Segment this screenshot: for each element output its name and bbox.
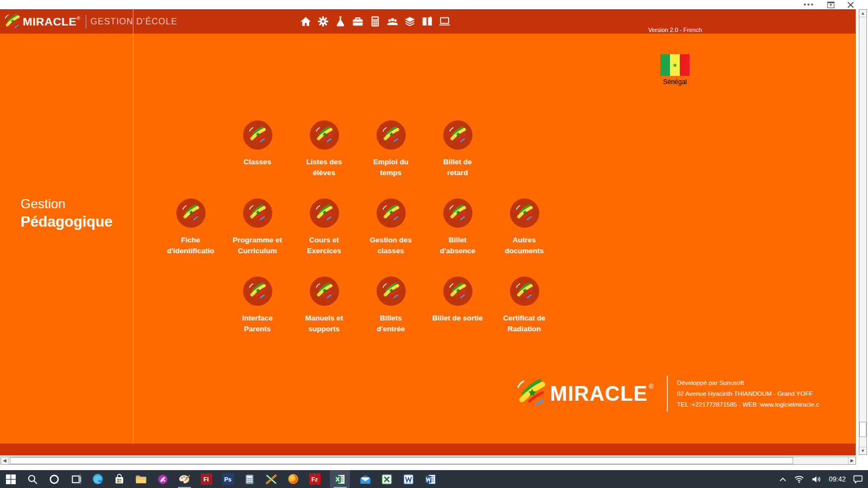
task-view-icon[interactable] [69,470,82,488]
vertical-scroll-thumb[interactable] [859,422,866,437]
footer-brand-name: MIRACLE [550,382,648,406]
menu-tile[interactable]: Emploi du temps [358,120,424,178]
flash-icon[interactable]: Fl [200,470,213,488]
menu-tile[interactable]: Programme et Curriculum [224,198,291,256]
menu-tile[interactable]: Autres documents [491,198,558,256]
menu-tile-label: Cours et Exercices [307,235,341,256]
menu-tile[interactable]: Classes [224,120,291,178]
menu-tile[interactable]: Billets d'entrée [358,277,424,335]
scroll-left-button[interactable]: ◀ [1,457,9,464]
brand-name: MIRACLE [23,15,76,28]
miracle-swoosh-icon [181,203,201,223]
menu-tile-icon[interactable] [443,277,473,306]
wifi-icon[interactable] [794,476,804,483]
word-icon[interactable] [424,470,437,488]
flash-label: Fl [201,473,212,485]
module-title-line2: Pédagogique [21,213,113,231]
search-icon[interactable] [26,470,39,488]
menu-tile-icon[interactable] [510,198,539,228]
menu-tile-label: Programme et Curriculum [233,235,282,256]
home-icon[interactable] [299,15,312,28]
menu-tile[interactable]: Interface Parents [224,277,291,335]
menu-tile-icon[interactable] [176,198,206,228]
menu-tile[interactable]: Certificat de Radiation [491,277,558,335]
photoshop-icon[interactable]: Ps [221,470,234,488]
miracle-swoosh-icon [247,281,268,301]
scroll-up-button[interactable]: ▲ [859,10,866,17]
edge-browser-icon[interactable] [91,470,104,488]
paint-palette-icon[interactable] [178,470,191,488]
module-title: Gestion Pédagogique [21,195,113,231]
open-book-icon[interactable] [420,15,434,28]
hidden-icons-chevron[interactable] [779,477,787,482]
flag-label: Sénégal [660,78,690,86]
crossed-brushes-icon[interactable] [265,470,278,488]
excel-legacy-icon[interactable] [380,470,393,488]
filezilla-icon[interactable]: Fz [308,470,321,488]
menu-tile-icon[interactable] [443,198,473,228]
menu-tile-label: Gestion des classes [370,235,412,256]
menu-tile-icon[interactable] [376,198,406,228]
menu-tile-label: Fiche d'identificatio [167,235,214,256]
miracle-swoosh-icon [247,125,268,145]
miracle-swoosh-icon [448,125,468,145]
briefcase-icon[interactable] [351,15,365,28]
lab-flask-icon[interactable] [334,15,347,28]
menu-tile[interactable]: Billet de sortie [424,277,491,335]
miracle-swoosh-icon [3,12,22,31]
stacked-layers-icon[interactable] [403,15,417,28]
scroll-right-button[interactable]: ▶ [848,457,856,464]
microsoft-store-icon[interactable] [113,470,126,488]
menu-tile-icon[interactable] [510,277,539,306]
menu-tile-icon[interactable] [243,198,272,228]
settings-gear-icon[interactable] [316,15,330,28]
clock[interactable]: 09:42 [829,476,846,483]
menu-tile-label: Emploi du temps [373,157,409,178]
firefox-icon[interactable] [286,470,299,488]
menu-tile-icon[interactable] [243,120,272,150]
window-titlebar: ••• [0,0,868,9]
scroll-down-button[interactable]: ▼ [859,447,866,454]
mail-icon[interactable] [359,470,372,488]
menu-tile-icon[interactable] [376,277,406,306]
menu-tile-icon[interactable] [243,277,272,306]
horizontal-scroll-thumb[interactable] [10,457,793,464]
menu-tile[interactable]: Listes des élèves [291,120,358,178]
menu-tile-icon[interactable] [310,120,339,150]
volume-icon[interactable] [812,476,821,483]
windows-start-icon[interactable] [4,470,17,488]
menu-tile[interactable]: Fiche d'identificatio [157,198,224,256]
word-legacy-icon[interactable] [402,470,415,488]
excel-icon[interactable] [330,470,350,488]
laptop-icon[interactable] [438,15,451,28]
menu-tile-label: Billet de retard [443,157,472,178]
restore-window-icon[interactable] [827,2,834,8]
miracle-swoosh-icon [514,281,535,301]
menu-tile-label: Certificat de Radiation [503,313,545,335]
more-options-icon[interactable]: ••• [803,2,814,8]
menu-tile-icon[interactable] [310,198,339,228]
senegal-flag-icon[interactable]: ★ [660,54,690,76]
menu-tile[interactable]: Manuels et supports [291,277,358,335]
vertical-scrollbar[interactable]: ▲ ▼ [859,9,867,455]
miracle-swoosh-icon [381,125,401,145]
menu-tile[interactable]: Gestion des classes [358,198,424,256]
menu-tile[interactable]: Cours et Exercices [291,198,358,256]
file-explorer-icon[interactable] [135,470,148,488]
menu-tile-label: Billet de sortie [432,313,483,324]
menu-tile-icon[interactable] [310,277,339,306]
taskbar-icons: Fl Ps Fz [0,470,437,488]
paint-3d-icon[interactable] [156,470,169,488]
close-icon[interactable] [847,2,854,8]
cortana-icon[interactable] [48,470,61,488]
calculator-app-icon[interactable] [243,470,256,488]
action-center-icon[interactable] [853,475,863,484]
calculator-icon[interactable] [368,15,382,28]
menu-tile-icon[interactable] [376,120,406,150]
version-label: Version 2.0 - French [648,27,702,33]
menu-tile-icon[interactable] [443,120,473,150]
menu-tile[interactable]: Billet d'absence [424,198,491,256]
menu-tile[interactable]: Billet de retard [424,120,491,178]
horizontal-scrollbar[interactable]: ◀ ▶ [1,457,856,465]
people-group-icon[interactable] [386,15,399,28]
